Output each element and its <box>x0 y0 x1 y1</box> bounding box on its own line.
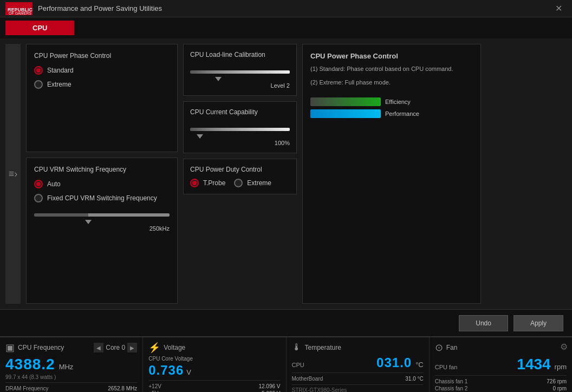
radio-tprobe[interactable]: T.Probe <box>190 179 225 187</box>
radio-auto-inner <box>36 182 41 186</box>
cpu-core-voltage-label: CPU Core Voltage <box>148 356 193 362</box>
legend-section: Efficiency Performance <box>310 97 473 118</box>
cpu-vrm-panel: CPU VRM Switching Frequency Auto Fixed C… <box>26 158 178 304</box>
voltage-divider <box>148 380 280 381</box>
cpu-vrm-options: Auto Fixed CPU VRM Switching Frequency <box>34 180 170 202</box>
vrm-slider-bg <box>34 213 170 217</box>
app-title: Performance and Power Saving Utilities <box>38 4 551 12</box>
performance-bar <box>310 109 381 118</box>
voltage-icon: ⚡ <box>148 342 160 354</box>
fan-cpu-unit: rpm <box>555 363 567 371</box>
legend-performance: Performance <box>310 109 473 118</box>
cpu-loadline-title: CPU Load-line Calibration <box>190 51 290 58</box>
dram-value: 2652.8 MHz <box>108 386 137 391</box>
voltage-unit: V <box>186 368 191 376</box>
radio-extreme[interactable]: Extreme <box>34 80 170 89</box>
radio-fixed-label: Fixed CPU VRM Switching Frequency <box>47 194 157 202</box>
cpu-current-panel: CPU Current Capability 100% <box>183 101 297 153</box>
cpu-freq-prev[interactable]: ◀ <box>94 343 103 352</box>
vrm-slider-track[interactable] <box>34 207 170 223</box>
radio-tprobe-inner <box>192 181 197 185</box>
radio-auto[interactable]: Auto <box>34 180 170 188</box>
cpu-fan-label: CPU fan <box>435 364 458 370</box>
close-button[interactable]: ✕ <box>551 2 567 15</box>
temp-icon: 🌡 <box>292 342 302 353</box>
radio-standard-label: Standard <box>47 67 74 74</box>
performance-label: Performance <box>385 110 419 117</box>
undo-button[interactable]: Undo <box>459 315 508 331</box>
loadline-slider-track[interactable] <box>190 64 290 80</box>
radio-tprobe-label: T.Probe <box>203 179 225 187</box>
radio-fixed[interactable]: Fixed CPU VRM Switching Frequency <box>34 194 170 202</box>
cpu-duty-panel: CPU Power Duty Control T.Probe Extreme <box>183 159 297 194</box>
cpu-current-title: CPU Current Capability <box>190 108 290 116</box>
radio-standard[interactable]: Standard <box>34 66 170 75</box>
dram-label: DRAM Frequency <box>5 386 48 391</box>
temp-divider2 <box>292 384 424 385</box>
cpu-freq-value-row: 4388.2 MHz <box>5 356 137 373</box>
left-panel: CPU Power Phase Control Standard Extreme… <box>26 44 178 304</box>
title-bar: REPUBLIC OF GAMERS Performance and Power… <box>0 0 572 17</box>
radio-fixed-outer <box>34 194 43 202</box>
voltage-title: Voltage <box>164 344 185 351</box>
efficiency-bar <box>310 97 381 106</box>
cpu-freq-core: Core 0 <box>106 344 125 351</box>
fan-chassis1-row: Chassis fan 1 726 rpm <box>435 378 567 385</box>
fan-icon: ⊙ <box>435 342 443 354</box>
cpu-power-info-title: CPU Power Phase Control <box>310 52 473 60</box>
action-row: Undo Apply <box>0 309 572 336</box>
cpu-freq-next[interactable]: ▶ <box>127 343 137 352</box>
fan-panel: ⚙ ⊙ Fan CPU fan 1434 rpm Chassis fan 1 7… <box>430 337 572 392</box>
radio-extreme-label: Extreme <box>47 81 72 88</box>
middle-col: CPU Load-line Calibration Level 2 CPU Cu… <box>183 44 297 304</box>
tab-cpu[interactable]: CPU <box>5 21 74 35</box>
radio-auto-outer <box>34 180 43 188</box>
rog-logo: REPUBLIC OF GAMERS <box>5 2 32 15</box>
chassis2-label: Chassis fan 2 <box>435 386 468 391</box>
cpu-freq-big-value: 4388.2 <box>5 356 55 373</box>
current-slider-handle <box>197 134 203 139</box>
mb-value: 31.0 °C <box>405 376 423 382</box>
v12-label: +12V <box>148 383 161 389</box>
fan-divider <box>435 375 567 376</box>
radio-tprobe-outer <box>190 179 199 187</box>
fan-header: ⊙ Fan <box>435 342 567 354</box>
current-slider-bg <box>190 128 290 131</box>
temp-header: 🌡 Temperature <box>292 342 424 353</box>
mb-label: MotherBoard <box>292 376 323 382</box>
current-slider-track[interactable] <box>190 121 290 138</box>
gear-icon[interactable]: ⚙ <box>560 342 568 352</box>
loadline-slider-bg <box>190 70 290 74</box>
temp-title: Temperature <box>305 344 341 351</box>
cpu-freq-sub: 99.7 x 44 (8.3 watts ) <box>5 374 137 380</box>
cpu-power-info-panel: CPU Power Phase Control (1) Standard: Ph… <box>302 44 481 304</box>
cpu-freq-nav: ◀ Core 0 ▶ <box>94 343 137 352</box>
cpu-duty-title: CPU Power Duty Control <box>190 166 290 173</box>
cpu-power-info-desc2: (2) Extreme: Full phase mode. <box>310 78 473 87</box>
radio-extreme-outer <box>34 80 43 89</box>
chassis1-label: Chassis fan 1 <box>435 378 468 384</box>
voltage-big-row: 0.736 V <box>148 363 280 378</box>
cpu-power-info-desc1: (1) Standard: Phase control based on CPU… <box>310 64 473 74</box>
status-bar: ▣ CPU Frequency ◀ Core 0 ▶ 4388.2 MHz 99… <box>0 336 572 392</box>
vrm-slider-label: 250kHz <box>34 225 170 232</box>
cpu-power-phase-options: Standard Extreme <box>34 66 170 89</box>
chassis1-value: 726 rpm <box>547 378 567 384</box>
sidebar-toggle[interactable]: ≡› <box>5 44 21 304</box>
fan-cpu-row: CPU fan 1434 rpm <box>435 356 567 373</box>
loadline-slider-handle <box>215 77 222 81</box>
tab-row: CPU <box>0 17 572 38</box>
radio-auto-label: Auto <box>47 180 61 188</box>
apply-button[interactable]: Apply <box>514 315 563 331</box>
voltage-big-value: 0.736 <box>148 363 184 378</box>
radio-duty-extreme[interactable]: Extreme <box>234 179 271 187</box>
temp-divider <box>292 373 424 373</box>
temperature-panel: 🌡 Temperature CPU 031.0 °C MotherBoard 3… <box>287 337 430 392</box>
temp-cpu-row: CPU 031.0 °C <box>292 355 424 370</box>
gpu-brand-temp: STRIX-GTX980-Series <box>292 387 424 392</box>
cpu-vrm-title: CPU VRM Switching Frequency <box>34 166 170 173</box>
current-slider-label: 100% <box>190 140 290 146</box>
cpu-duty-options: T.Probe Extreme <box>190 179 290 187</box>
temp-cpu-label: CPU <box>292 362 304 368</box>
cpu-freq-title: CPU Frequency <box>18 344 64 351</box>
